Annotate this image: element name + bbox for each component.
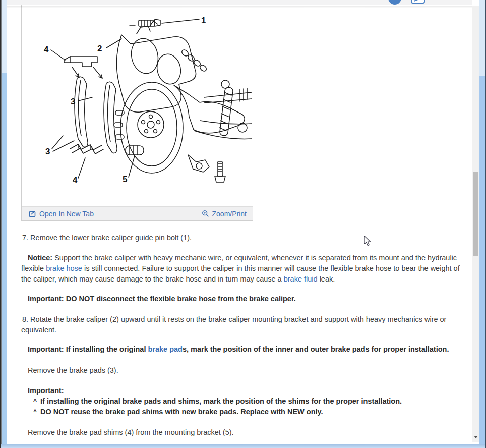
important-no-disconnect: Important: DO NOT disconnect the flexibl… (21, 294, 466, 304)
brake-assembly-diagram: 1 2 4 3 3 4 5 (22, 4, 253, 206)
open-in-new-tab-label: Open In New Tab (39, 210, 94, 218)
callout-label: 5 (123, 175, 127, 184)
figure-toolbar: Open In New Tab Zoom/Print (22, 206, 253, 220)
caret-bullet-icon: ^ (33, 396, 40, 407)
important-list-label: Important: (21, 385, 466, 396)
page-header (7, 0, 472, 5)
zoom-in-icon (202, 210, 209, 217)
important-bullet-2: ^DO NOT reuse the brake pad shims with n… (21, 407, 466, 417)
caret-bullet-icon: ^ (33, 407, 40, 417)
open-in-new-tab-button[interactable]: Open In New Tab (29, 210, 94, 218)
callout-label: 3 (71, 97, 75, 106)
callout-label: 3 (45, 147, 50, 156)
vertical-scrollbar[interactable] (472, 6, 479, 442)
callout-label: 4 (44, 45, 49, 54)
brake-hose-link[interactable]: brake hose (46, 264, 82, 272)
step-7: 7. Remove the lower brake caliper guide … (21, 233, 466, 243)
remove-shims-line: Remove the brake pad shims (4) from the … (21, 427, 466, 438)
notice-label: Notice: (28, 254, 52, 262)
open-in-new-tab-icon (29, 210, 36, 217)
callout-label: 1 (201, 16, 206, 25)
figure-card: 1 2 4 3 3 4 5 Open In New Tab (21, 3, 253, 221)
document-viewport: 1 2 4 3 3 4 5 Open In New Tab (7, 0, 472, 444)
mouse-cursor-icon (364, 236, 371, 246)
zoom-print-label: Zoom/Print (212, 210, 247, 218)
window-border-left (0, 0, 7, 448)
window-border-bottom (1, 444, 485, 448)
brake-fluid-link[interactable]: brake fluid (284, 275, 318, 283)
callout-label: 4 (73, 175, 78, 185)
brake-pad-link[interactable]: brake pad (148, 345, 183, 353)
step-8: 8. Rotate the brake caliper (2) upward u… (21, 314, 466, 335)
procedure-text: 7. Remove the lower brake caliper guide … (21, 233, 466, 438)
important-bullet-1: ^If installing the original brake pads a… (21, 396, 466, 407)
callout-label: 2 (97, 44, 102, 53)
print-icon[interactable] (405, 0, 427, 5)
scrollbar-down-button[interactable] (472, 433, 479, 441)
window-border-right (479, 0, 486, 448)
chevron-down-icon (474, 436, 478, 438)
important-label: Important: (28, 345, 64, 353)
service-manual-page: 1 2 4 3 3 4 5 Open In New Tab (0, 0, 486, 448)
important-mark-pads: Important: If installing the original br… (21, 344, 466, 355)
important-label: Important: (28, 295, 64, 303)
profile-icon[interactable] (382, 0, 404, 5)
remove-pads-line: Remove the brake pads (3). (21, 365, 466, 376)
notice-paragraph: Notice: Support the brake caliper with h… (21, 253, 466, 285)
scrollbar-thumb[interactable] (473, 172, 478, 256)
zoom-print-button[interactable]: Zoom/Print (202, 210, 247, 218)
